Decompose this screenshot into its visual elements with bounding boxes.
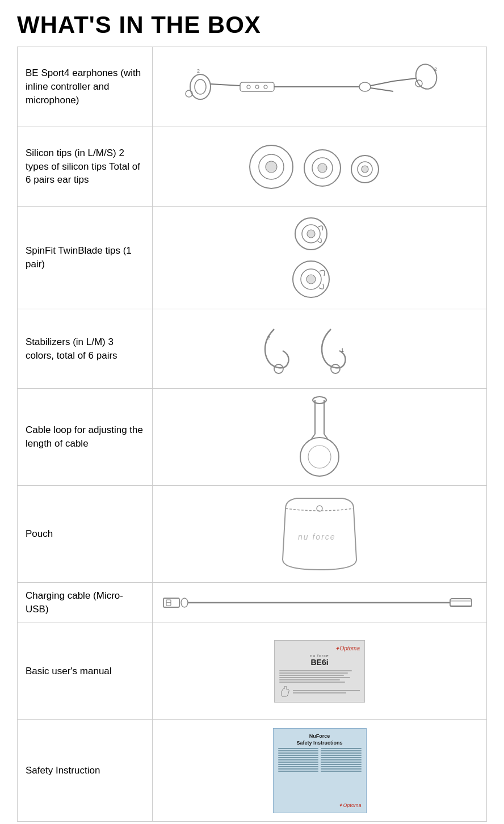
earphones-svg: 2 2 [172,53,467,121]
svg-point-6 [255,85,259,89]
item-image: nu force [153,486,487,583]
table-row: Pouch nu force [18,486,487,583]
table-row: Silicon tips (in L/M/S) 2 types of silic… [18,127,487,207]
spinfit-svg [285,212,354,303]
svg-point-19 [266,161,277,173]
manual-title: BE6i [279,658,360,667]
item-image [153,583,487,623]
item-image: ✦Optoma nu force BE6i [153,623,487,720]
item-image [153,127,487,207]
svg-point-1 [195,79,206,94]
manual-card: ✦Optoma nu force BE6i [274,640,365,703]
pouch-svg: nu force [263,491,376,577]
item-label: BE Sport4 earphones (with inline control… [18,47,153,127]
item-label: Pouch [18,486,153,583]
svg-point-44 [317,506,322,511]
svg-text:1: 1 [341,347,344,353]
item-image [153,389,487,486]
svg-rect-4 [240,82,274,91]
safety-brand: NuForce [278,733,362,739]
svg-rect-46 [166,600,171,603]
svg-line-2 [211,84,240,86]
svg-point-9 [359,82,371,91]
svg-text:nu force: nu force [298,532,336,541]
safety-content [278,748,362,800]
item-label: Basic user's manual [18,623,153,720]
svg-point-0 [190,74,211,99]
item-image: 2 1 [153,309,487,389]
svg-line-11 [371,88,393,91]
table-row: Safety Instruction NuForce Safety Instru… [18,720,487,822]
svg-text:2: 2 [434,66,437,72]
safety-card: NuForce Safety Instructions [273,728,367,813]
safety-title: Safety Instructions [278,740,362,746]
svg-point-22 [318,163,327,173]
svg-rect-45 [163,598,179,607]
item-label: Safety Instruction [18,720,153,822]
svg-point-48 [181,598,188,607]
page-title: WHAT'S IN THE BOX [17,11,487,39]
item-image: 2 2 [153,47,487,127]
item-label: Cable loop for adjusting the length of c… [18,389,153,486]
item-image [153,207,487,309]
cable-loop-svg [291,394,348,480]
svg-point-14 [415,80,422,87]
svg-text:2: 2 [197,68,200,74]
charging-cable-svg [161,588,478,617]
svg-line-10 [371,81,393,86]
table-row: BE Sport4 earphones (with inline control… [18,47,487,127]
svg-point-34 [331,364,340,373]
item-label: Charging cable (Micro-USB) [18,583,153,623]
stabilizers-svg: 2 1 [257,318,382,380]
nuforce-text: nu force [279,654,360,658]
table-row: Stabilizers (in L/M) 3 colors, total of … [18,309,487,389]
item-label: Stabilizers (in L/M) 3 colors, total of … [18,309,153,389]
item-image: NuForce Safety Instructions [153,720,487,822]
svg-line-12 [393,78,416,81]
svg-rect-47 [166,603,171,606]
svg-point-5 [247,85,250,89]
item-label: SpinFit TwinBlade tips (1 pair) [18,207,153,309]
svg-text:2: 2 [267,335,270,340]
table-row: Basic user's manual ✦Optoma nu force BE6… [18,623,487,720]
svg-point-28 [307,230,315,238]
item-label: Silicon tips (in L/M/S) 2 types of silic… [18,127,153,207]
svg-point-39 [300,438,339,476]
optoma-logo: ✦Optoma [279,645,360,651]
safety-optoma-logo: ✦Optoma [278,802,362,808]
hand-icon [279,686,291,697]
svg-point-32 [274,364,283,373]
svg-point-31 [306,275,316,284]
table-row: Cable loop for adjusting the length of c… [18,389,487,486]
manual-lines [279,670,360,697]
svg-point-40 [308,445,331,468]
table-row: Charging cable (Micro-USB) [18,583,487,623]
silicon-tips-svg [246,138,393,195]
svg-point-7 [264,85,267,89]
svg-point-25 [362,166,368,173]
table-row: SpinFit TwinBlade tips (1 pair) [18,207,487,309]
contents-table: BE Sport4 earphones (with inline control… [17,47,487,822]
